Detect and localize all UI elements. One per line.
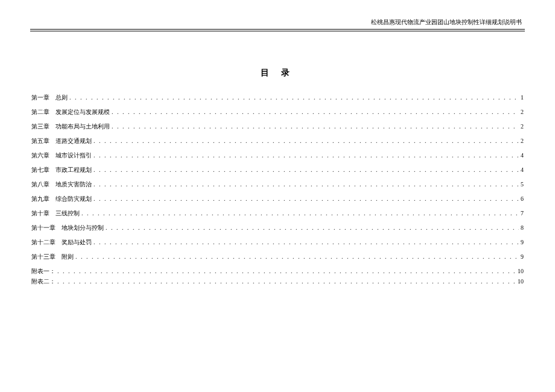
toc-name: 附则 xyxy=(62,253,74,261)
header-rule-thin xyxy=(30,31,525,31)
toc-page: 2 xyxy=(521,138,524,144)
toc-entry: 第十二章 奖励与处罚 . . . . . . . . . . . . . . .… xyxy=(31,238,524,247)
toc-leader-dots: . . . . . . . . . . . . . . . . . . . . … xyxy=(75,253,519,260)
toc-page: 2 xyxy=(521,109,524,115)
toc-chapter: 第五章 xyxy=(31,137,49,145)
toc-appendix-name: 附表一： xyxy=(31,267,56,276)
toc-entry: 第六章 城市设计指引 . . . . . . . . . . . . . . .… xyxy=(31,151,524,160)
toc-leader-dots: . . . . . . . . . . . . . . . . . . . . … xyxy=(112,123,519,130)
toc-chapter: 第十三章 xyxy=(31,253,56,261)
toc-chapter: 第十章 xyxy=(31,209,49,218)
toc-page: 9 xyxy=(521,253,524,260)
toc-entry: 第八章 地质灾害防治 . . . . . . . . . . . . . . .… xyxy=(31,180,524,189)
toc-name: 三线控制 xyxy=(56,209,80,218)
toc-page: 6 xyxy=(521,195,524,202)
toc-leader-dots: . . . . . . . . . . . . . . . . . . . . … xyxy=(94,152,519,159)
toc-name: 发展定位与发展规模 xyxy=(56,108,110,116)
toc-appendix-entry: 附表二： . . . . . . . . . . . . . . . . . .… xyxy=(31,277,524,286)
toc-leader-dots: . . . . . . . . . . . . . . . . . . . . … xyxy=(69,94,519,101)
toc-page: 5 xyxy=(521,181,524,188)
toc-leader-dots: . . . . . . . . . . . . . . . . . . . . … xyxy=(94,138,519,144)
toc-name: 市政工程规划 xyxy=(56,166,92,174)
toc-chapter: 第八章 xyxy=(31,180,49,189)
toc-leader-dots: . . . . . . . . . . . . . . . . . . . . … xyxy=(94,181,519,188)
toc-page: 4 xyxy=(521,152,524,159)
toc-page: 7 xyxy=(521,210,524,217)
toc-entry: 第十三章 附则 . . . . . . . . . . . . . . . . … xyxy=(31,253,524,261)
toc-chapter: 第十二章 xyxy=(31,238,56,247)
toc-chapter: 第十一章 xyxy=(31,224,56,232)
toc-leader-dots: . . . . . . . . . . . . . . . . . . . . … xyxy=(81,210,519,217)
toc-leader-dots: . . . . . . . . . . . . . . . . . . . . … xyxy=(106,224,519,231)
toc-page: 10 xyxy=(518,278,524,285)
toc-entry: 第十章 三线控制 . . . . . . . . . . . . . . . .… xyxy=(31,209,524,218)
toc-name: 综合防灾规划 xyxy=(56,195,92,203)
toc-page: 1 xyxy=(521,94,524,101)
toc-name: 总则 xyxy=(56,93,68,102)
toc-leader-dots: . . . . . . . . . . . . . . . . . . . . … xyxy=(94,195,519,202)
toc-entry: 第十一章 地块划分与控制 . . . . . . . . . . . . . .… xyxy=(31,224,524,232)
toc-chapter: 第二章 xyxy=(31,108,49,116)
toc-entry: 第五章 道路交通规划 . . . . . . . . . . . . . . .… xyxy=(31,137,524,145)
toc-leader-dots: . . . . . . . . . . . . . . . . . . . . … xyxy=(57,268,516,274)
toc-page: 4 xyxy=(521,166,524,173)
toc-name: 城市设计指引 xyxy=(56,151,92,160)
toc-page: 9 xyxy=(521,239,524,245)
toc-leader-dots: . . . . . . . . . . . . . . . . . . . . … xyxy=(94,166,519,173)
header-rule-thick xyxy=(30,29,525,30)
toc-name: 功能布局与土地利用 xyxy=(56,122,110,131)
toc-heading: 目 录 xyxy=(30,68,525,78)
toc-page: 2 xyxy=(521,123,524,130)
toc-chapter: 第三章 xyxy=(31,122,49,131)
toc-entry: 第三章 功能布局与土地利用 . . . . . . . . . . . . . … xyxy=(31,122,524,131)
toc-chapter: 第九章 xyxy=(31,195,49,203)
toc-chapter: 第六章 xyxy=(31,151,49,160)
toc-appendix-entry: 附表一： . . . . . . . . . . . . . . . . . .… xyxy=(31,267,524,276)
toc-entry: 第九章 综合防灾规划 . . . . . . . . . . . . . . .… xyxy=(31,195,524,203)
toc-page: 10 xyxy=(518,268,524,274)
toc-leader-dots: . . . . . . . . . . . . . . . . . . . . … xyxy=(112,109,519,115)
toc-leader-dots: . . . . . . . . . . . . . . . . . . . . … xyxy=(94,239,519,245)
toc-entry: 第一章 总则 . . . . . . . . . . . . . . . . .… xyxy=(31,93,524,102)
toc-leader-dots: . . . . . . . . . . . . . . . . . . . . … xyxy=(57,278,516,285)
toc-page: 8 xyxy=(521,224,524,231)
toc-name: 道路交通规划 xyxy=(56,137,92,145)
toc-chapter: 第一章 xyxy=(31,93,49,102)
toc-chapter: 第七章 xyxy=(31,166,49,174)
header-title: 松桃昌惠现代物流产业园团山地块控制性详细规划说明书 xyxy=(30,18,525,29)
toc-entry: 第二章 发展定位与发展规模 . . . . . . . . . . . . . … xyxy=(31,108,524,116)
toc-appendix-name: 附表二： xyxy=(31,277,56,286)
toc-name: 地块划分与控制 xyxy=(62,224,104,232)
toc-list: 第一章 总则 . . . . . . . . . . . . . . . . .… xyxy=(30,93,525,286)
toc-name: 奖励与处罚 xyxy=(62,238,92,247)
toc-entry: 第七章 市政工程规划 . . . . . . . . . . . . . . .… xyxy=(31,166,524,174)
document-page: 松桃昌惠现代物流产业园团山地块控制性详细规划说明书 目 录 第一章 总则 . .… xyxy=(0,0,555,392)
toc-name: 地质灾害防治 xyxy=(56,180,92,189)
